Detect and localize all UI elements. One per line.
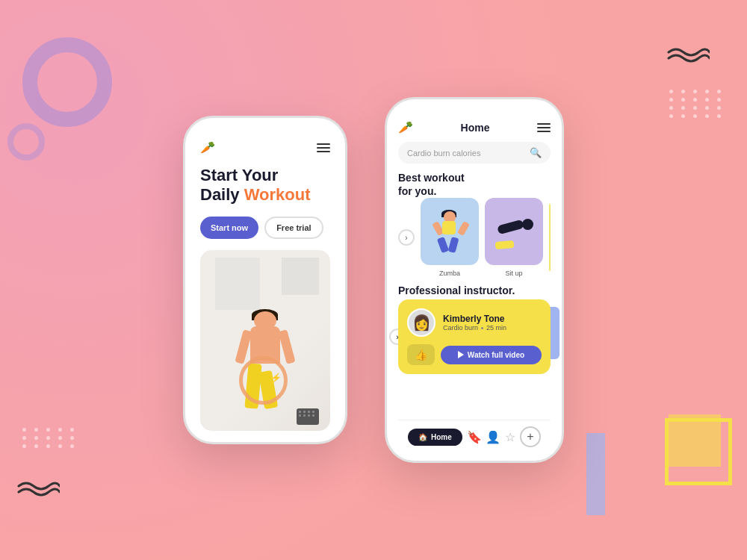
left-phone: 🥕 Start Your Daily Workout Start now Fre… (183, 116, 347, 444)
section-title-line1: Best workout (398, 172, 465, 184)
instructor-meta: Cardio burn 25 min (443, 324, 542, 332)
plus-nav-button[interactable]: + (520, 426, 541, 447)
bg-blue-rect (586, 433, 605, 515)
meta-duration: 25 min (486, 324, 506, 332)
avatar-emoji: 👩 (412, 314, 431, 332)
main-headline: Start Your Daily Workout (200, 166, 330, 205)
situp-label: Sit up (505, 270, 522, 277)
instructor-details: Kimberly Tone Cardio burn 25 min (443, 314, 542, 332)
headline-highlight: Workout (244, 185, 311, 204)
bg-yellow-outer-rect (665, 418, 732, 485)
menu-icon[interactable] (317, 143, 330, 152)
start-now-button[interactable]: Start now (200, 217, 258, 239)
bg-wave-top-right (665, 45, 710, 66)
phone-notch-right (444, 99, 504, 114)
bookmark-nav-item[interactable]: 🔖 (467, 430, 482, 444)
bookmark-icon: 🔖 (467, 430, 482, 444)
best-workout-section: Best workout for you. › (398, 171, 551, 277)
phone-notch-left (235, 118, 295, 133)
bg-circle-left (22, 37, 112, 127)
meta-separator (481, 327, 483, 329)
situp-legs (495, 240, 514, 249)
like-button[interactable]: 👍 (407, 344, 435, 365)
zumba-body (442, 221, 456, 234)
situp-figure (494, 215, 535, 249)
instructor-section-title: Professional instructor. (398, 284, 551, 296)
star-icon: ☆ (505, 430, 515, 444)
list-item: Zumba (421, 198, 479, 277)
bg-dots-bottom-left (22, 428, 78, 448)
zumba-figure (433, 211, 467, 252)
workout-illustration: ⚡ (200, 250, 330, 431)
headline-line1: Start Your (200, 166, 278, 184)
meta-type: Cardio burn (443, 324, 478, 332)
workout-prev-arrow[interactable]: › (398, 229, 415, 246)
home-nav-label: Home (431, 433, 452, 441)
bg-rect-1 (215, 258, 260, 310)
instructor-avatar: 👩 (407, 308, 436, 337)
instructor-info-row: 👩 Kimberly Tone Cardio burn 25 min (407, 308, 542, 337)
bg-rect-2 (282, 258, 319, 295)
instructor-card: 👩 Kimberly Tone Cardio burn 25 min (398, 299, 551, 374)
carrot-logo-icon: 🥕 (200, 140, 215, 155)
search-bar[interactable]: Cardio burn calories 🔍 (398, 142, 551, 164)
carrot-logo-icon-right: 🥕 (398, 120, 413, 134)
user-icon: 👤 (486, 430, 500, 444)
watch-video-button[interactable]: Watch full video (441, 346, 542, 364)
section-title-line2: for you. (398, 185, 436, 197)
zumba-leg-left (436, 237, 448, 253)
user-nav-item[interactable]: 👤 (486, 430, 500, 444)
yellow-peek-card (549, 204, 551, 271)
cta-buttons-row: Start now Free trial (200, 217, 330, 239)
free-trial-button[interactable]: Free trial (264, 217, 323, 239)
bottom-navigation: 🏠 Home 🔖 👤 ☆ + (398, 420, 551, 453)
bg-dots-top-right (669, 90, 725, 118)
spacer (398, 382, 551, 412)
bg-circle-small (7, 123, 45, 161)
right-phone-header: 🥕 Home (398, 120, 551, 134)
radio-illustration (297, 408, 319, 425)
play-icon (458, 351, 464, 358)
zumba-leg-right (447, 237, 459, 253)
arm-right (278, 329, 295, 364)
instructor-name: Kimberly Tone (443, 314, 542, 324)
home-nav-icon: 🏠 (418, 433, 427, 441)
search-button[interactable]: 🔍 (530, 147, 542, 158)
search-placeholder-text: Cardio burn calories (407, 149, 524, 158)
exercise-figure: ⚡ (235, 311, 295, 408)
watch-button-label: Watch full video (468, 351, 524, 359)
instructor-actions-row: 👍 Watch full video (407, 344, 542, 365)
right-phone: 🥕 Home Cardio burn calories 🔍 Best worko… (385, 97, 564, 463)
zumba-arm-right (457, 221, 470, 236)
menu-icon-right[interactable] (537, 123, 551, 132)
zumba-card[interactable] (421, 198, 479, 265)
headline-line2: Daily (200, 185, 244, 204)
left-phone-header: 🥕 (200, 140, 330, 155)
workout-cards-row: › (398, 198, 551, 277)
instructor-section: Professional instructor. › 👩 Kimberly To… (398, 284, 551, 374)
home-nav-button[interactable]: 🏠 Home (408, 429, 462, 446)
star-nav-item[interactable]: ☆ (505, 430, 515, 444)
best-workout-title: Best workout for you. (398, 171, 551, 198)
situp-card[interactable] (485, 198, 543, 265)
phones-wrapper: 🥕 Start Your Daily Workout Start now Fre… (0, 0, 747, 560)
bg-wave-bottom-left (15, 479, 60, 500)
zumba-label: Zumba (439, 270, 460, 277)
home-title: Home (461, 122, 490, 134)
situp-body (497, 220, 524, 235)
hula-hoop (239, 356, 288, 405)
list-item: Sit up (485, 198, 543, 277)
